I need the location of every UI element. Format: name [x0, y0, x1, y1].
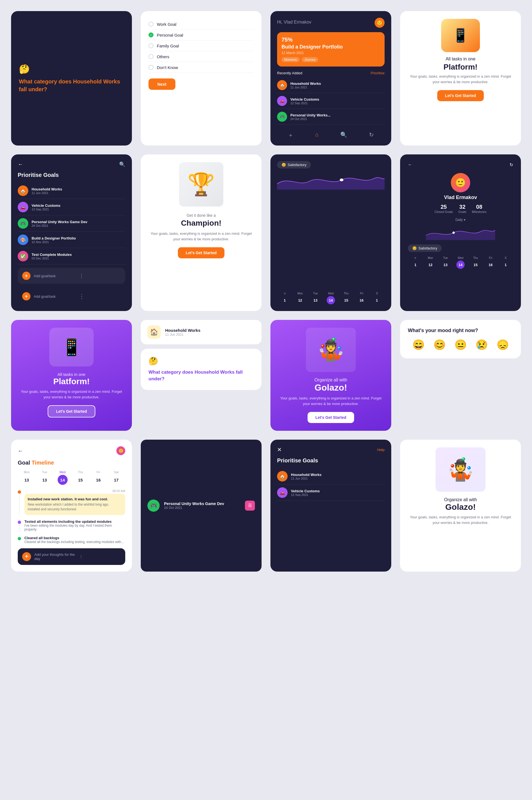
add-thought-plus: +: [22, 552, 31, 561]
prioritise-link[interactable]: Prioritise: [370, 71, 385, 75]
tl-cal-mon[interactable]: Mon13: [22, 470, 32, 485]
timeline-back-icon[interactable]: ←: [18, 448, 23, 454]
timeline-avatar: 🙂: [116, 446, 125, 455]
cal-mon12[interactable]: Mon12: [426, 256, 435, 269]
back-arrow[interactable]: ←: [408, 162, 412, 167]
plat-purple-btn[interactable]: Let's Get Started: [48, 405, 95, 417]
tl-entry-1: 08:00 AM Installed new work station. It …: [18, 489, 125, 515]
mood-face-happy[interactable]: 😄: [412, 339, 425, 351]
tl-title-3: Cleared all backlogs: [24, 536, 125, 540]
cal-day-tue13[interactable]: Tue 13: [311, 292, 320, 304]
add-bar-bottom[interactable]: + Add goal/task ⋮: [18, 288, 125, 304]
cal-day-wed14-active[interactable]: Wed 14: [327, 292, 335, 304]
next-button[interactable]: Next: [149, 78, 175, 90]
mood-face-unhappy[interactable]: 😞: [496, 339, 509, 351]
search-icon[interactable]: 🔍: [119, 161, 125, 167]
tl-entry-2: Tested all elements including the update…: [18, 519, 125, 532]
tl-box-1: Installed new work station. It was fun a…: [24, 494, 125, 515]
cal-fri16[interactable]: Fri16: [487, 256, 495, 269]
category-q2-card: 🤔 What category does Household Works fal…: [141, 349, 262, 390]
nav-add-icon[interactable]: ＋: [288, 131, 293, 139]
champion-started-button[interactable]: Let's Get Started: [178, 247, 224, 258]
prio2-date-hh: 11 Jun 2021: [291, 477, 321, 480]
goal-name-personal: Personal Unity Works...: [290, 113, 330, 117]
goal-avatar-household: 🏠: [277, 80, 287, 90]
champion-illustration: 🏆: [179, 162, 223, 206]
mood-face-smile[interactable]: 😊: [433, 339, 446, 351]
personal-icon: 🎮: [147, 500, 159, 512]
nav-refresh-icon[interactable]: ↻: [369, 131, 374, 139]
mood-question: What's your mood right now?: [408, 328, 513, 333]
cal-day-fri16[interactable]: Fri 16: [358, 292, 366, 304]
p-name-household: Household Works: [32, 187, 62, 191]
tl-cal-thu[interactable]: Thu15: [75, 470, 86, 485]
tl-cal-wed[interactable]: Wed14: [58, 470, 68, 485]
tl-cal-fri[interactable]: Fri16: [93, 470, 103, 485]
p-name-vehicle: Vehicle Customs: [32, 203, 60, 208]
golazo-light-card: 🤹 Organize all with Golazo! Your goals, …: [400, 440, 521, 572]
cal-day-thu15[interactable]: Thu 15: [342, 292, 350, 304]
nav-home-icon[interactable]: ⌂: [315, 131, 319, 139]
cal-tue13[interactable]: Tue13: [441, 256, 450, 269]
add-goal-bar[interactable]: + Add goal/task ⋮: [18, 268, 125, 284]
champion-desc: Your goals, tasks, everything is organiz…: [149, 231, 254, 242]
goal-item-personal: 🎮 Personal Unity Works... 24 Oct 2021: [277, 109, 385, 125]
profile-stats: 25 Closed Goals 32 Goals 08 Milestones: [435, 204, 486, 213]
wave-container: [277, 173, 385, 285]
p-name-test: Test Complete Modules: [32, 253, 72, 257]
svg-point-1: [453, 231, 455, 234]
back-icon[interactable]: ←: [18, 161, 23, 167]
goal-option-work[interactable]: Work Goal: [149, 19, 254, 30]
personal-unity-card: 🎮 Personal Unity Works Game Dev 24 Oct 2…: [141, 440, 262, 572]
task-tags: Moments Journey: [282, 57, 380, 62]
tl-content-3: Cleared all backlogs Cleared all the bac…: [24, 536, 125, 544]
cal-thu15[interactable]: Thu15: [471, 256, 480, 269]
cal-day-mon12[interactable]: Mon 12: [296, 292, 304, 304]
goal-option-personal[interactable]: ✓ Personal Goal: [149, 30, 254, 40]
stat-label-goals: Goals: [458, 210, 466, 213]
nav-search-icon[interactable]: 🔍: [340, 131, 347, 139]
cal-wed14[interactable]: Wed14: [456, 256, 465, 269]
plat-purple-desc: Your goals, tasks, everything is organiz…: [19, 389, 124, 400]
personal-menu-icon[interactable]: ☰: [245, 501, 255, 510]
goal-check-family: [149, 43, 153, 48]
timeline-header: ← 🙂: [18, 446, 125, 455]
add-thought-bar[interactable]: + Add your thoughts for the day ⋮: [18, 548, 125, 565]
add-thought-label: Add your thoughts for the day: [34, 553, 76, 561]
tag-moments: Moments: [282, 57, 300, 62]
goal-label-others: Others: [157, 54, 169, 59]
mood-face-neutral[interactable]: 😐: [454, 339, 467, 351]
mood-face-sad[interactable]: 😢: [475, 339, 488, 351]
promo-title: Platform!: [443, 63, 478, 72]
lets-get-started-button[interactable]: Let's Get Started: [437, 90, 483, 101]
prio2-close-icon[interactable]: ✕: [277, 446, 282, 453]
tl-dot-3: [18, 537, 21, 540]
golazo-btn[interactable]: Let's Get Started: [307, 412, 354, 423]
middle-col-2: 🏠 Household Works 11 Jun 2021 🤔 What cat…: [141, 320, 262, 431]
add-thought-dots: ⋮: [79, 554, 121, 559]
tl-cal-sat[interactable]: Sat17: [111, 470, 121, 485]
golazo-purple-card: 🤹 Organize all with Golazo! Your goals, …: [270, 320, 391, 431]
goal-option-dontknow[interactable]: Don't Know: [149, 62, 254, 73]
profile-header: ← ↻: [408, 162, 513, 167]
p-date-test: 03 Dec 2021: [32, 257, 72, 260]
prio2-avatar-hh: 🏠: [277, 471, 288, 482]
stat-label-closed: Closed Goals: [435, 210, 453, 213]
daily-dropdown[interactable]: Daily ▾: [456, 218, 466, 222]
prio2-name-hh: Household Works: [291, 472, 321, 477]
goal-check-personal: ✓: [149, 33, 153, 37]
tl-content-2: Tested all elements including the update…: [24, 519, 125, 532]
goal-option-family[interactable]: Family Goal: [149, 40, 254, 51]
category-question-text: What category does Household Works fall …: [19, 78, 124, 93]
prio2-help-link[interactable]: Help: [377, 448, 385, 452]
refresh-icon[interactable]: ↻: [510, 162, 513, 167]
tl-cal-tue[interactable]: Tue13: [40, 470, 50, 485]
hh-name: Household Works: [165, 328, 200, 333]
stat-val-closed: 25: [435, 204, 453, 210]
personal-date: 24 Oct 2021: [164, 506, 224, 510]
goal-option-others[interactable]: Others: [149, 51, 254, 62]
prio2-name-vc: Vehicle Customs: [291, 489, 320, 493]
golazo2-desc: Your goals, tasks, everything is organiz…: [408, 515, 513, 525]
profile-sat-text: Satisfactory: [418, 246, 437, 250]
prioritise-goals-card-2: ✕ Help Prioritise Goals 🏠 Household Work…: [270, 440, 391, 572]
